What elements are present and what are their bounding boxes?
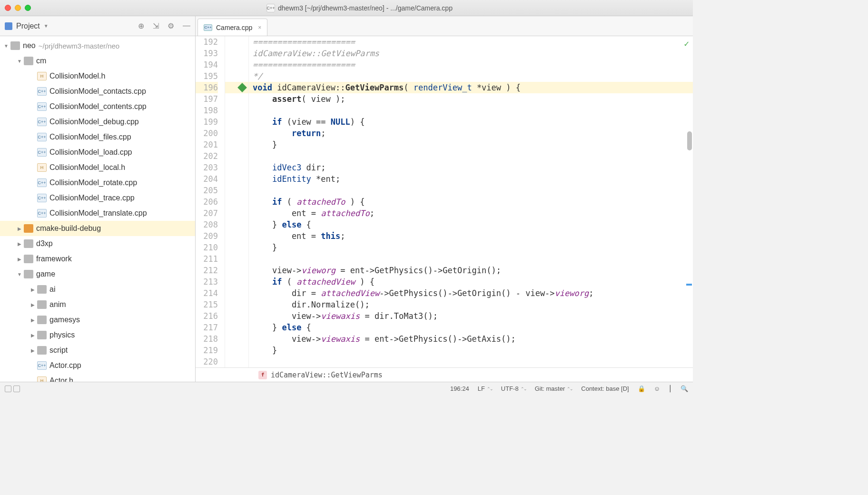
code-line[interactable]: dir = attachedView->GetPhysics()->GetOri… (249, 287, 693, 299)
code-line[interactable]: assert( view ); (249, 93, 693, 105)
line-number[interactable]: 197 (196, 93, 218, 105)
close-window-button[interactable] (5, 5, 11, 11)
tree-folder[interactable]: ai (0, 282, 195, 297)
line-number[interactable]: 217 (196, 322, 218, 333)
line-number[interactable]: 215 (196, 299, 218, 310)
code-line[interactable] (249, 356, 693, 367)
tree-file[interactable]: C++Actor.cpp (0, 358, 195, 373)
line-number[interactable]: 209 (196, 230, 218, 242)
tree-folder[interactable]: d3xp (0, 236, 195, 251)
code-line[interactable] (249, 185, 693, 196)
breadcrumb-bar[interactable]: f idCameraView::GetViewParms (196, 367, 693, 382)
code-line[interactable]: } (249, 139, 693, 150)
line-number[interactable]: 199 (196, 116, 218, 128)
tree-arrow-icon[interactable] (15, 241, 24, 247)
line-number[interactable]: 219 (196, 345, 218, 356)
tree-arrow-icon[interactable] (29, 287, 37, 292)
code-line[interactable]: dir.Normalize(); (249, 299, 693, 310)
tree-file[interactable]: HCollisionModel.h (0, 69, 195, 84)
code-line[interactable]: if ( attachedView ) { (249, 276, 693, 287)
code-line[interactable]: view->viewaxis = ent->GetPhysics()->GetA… (249, 333, 693, 345)
tree-folder[interactable]: gamesys (0, 312, 195, 327)
lock-icon[interactable]: 🔒 (638, 385, 645, 392)
line-number[interactable]: 210 (196, 242, 218, 253)
close-tab-icon[interactable]: × (258, 24, 261, 31)
line-number[interactable]: 205 (196, 185, 218, 196)
tree-file[interactable]: C++CollisionModel_translate.cpp (0, 206, 195, 221)
code-line[interactable]: */ (249, 70, 693, 82)
git-branch[interactable]: Git: master (535, 385, 573, 392)
project-tree[interactable]: neo~/prj/dhewm3-master/neocmHCollisionMo… (0, 36, 196, 382)
line-number[interactable]: 198 (196, 105, 218, 116)
scrollbar-marker[interactable] (686, 284, 692, 286)
code-line[interactable]: idEntity *ent; (249, 173, 693, 185)
tree-folder[interactable]: physics (0, 327, 195, 343)
line-number[interactable]: 212 (196, 265, 218, 276)
line-number-gutter[interactable]: 1921931941951961971981992002012022032042… (196, 36, 225, 367)
tree-folder[interactable]: game (0, 267, 195, 282)
line-number[interactable]: 195 (196, 70, 218, 82)
code-line[interactable]: void idCameraView::GetViewParms( renderV… (249, 82, 693, 93)
scrollbar-thumb[interactable] (687, 131, 692, 150)
tree-file[interactable]: C++CollisionModel_contacts.cpp (0, 84, 195, 99)
tree-file[interactable]: HCollisionModel_local.h (0, 160, 195, 175)
code-line[interactable] (249, 150, 693, 162)
tree-folder[interactable]: framework (0, 251, 195, 267)
tree-file[interactable]: HActor.h (0, 373, 195, 382)
collapse-icon[interactable]: ⇲ (153, 21, 159, 30)
tree-arrow-icon[interactable] (15, 272, 24, 277)
code-line[interactable] (249, 105, 693, 116)
tree-folder[interactable]: script (0, 343, 195, 358)
tree-file[interactable]: C++CollisionModel_contents.cpp (0, 99, 195, 114)
tree-arrow-icon[interactable] (29, 348, 37, 353)
line-number[interactable]: 204 (196, 173, 218, 185)
line-number[interactable]: 214 (196, 287, 218, 299)
line-number[interactable]: 196 (196, 82, 218, 93)
hide-panel-icon[interactable]: — (183, 21, 190, 30)
project-panel-header[interactable]: Project ▼ ⊕ ⇲ ⚙ — (0, 16, 196, 36)
line-number[interactable]: 193 (196, 48, 218, 59)
line-number[interactable]: 208 (196, 219, 218, 230)
code-line[interactable]: } (249, 242, 693, 253)
line-separator[interactable]: LF (478, 385, 493, 392)
line-number[interactable]: 218 (196, 333, 218, 345)
inspector-icon[interactable]: ☺ (654, 385, 660, 392)
tree-folder[interactable]: cm (0, 53, 195, 69)
tree-arrow-icon[interactable] (15, 59, 24, 64)
tool-window-icon[interactable] (5, 386, 11, 392)
tree-arrow-icon[interactable] (2, 43, 10, 49)
line-number[interactable]: 211 (196, 253, 218, 265)
inspection-ok-icon[interactable]: ✓ (684, 38, 689, 50)
context-label[interactable]: Context: base [D] (581, 385, 629, 392)
locate-icon[interactable]: ⊕ (138, 21, 144, 30)
line-number[interactable]: 202 (196, 150, 218, 162)
code-line[interactable]: idVec3 dir; (249, 162, 693, 173)
line-number[interactable]: 192 (196, 36, 218, 48)
minimize-window-button[interactable] (15, 5, 21, 11)
tree-file[interactable]: C++CollisionModel_trace.cpp (0, 190, 195, 206)
tree-file[interactable]: C++CollisionModel_rotate.cpp (0, 175, 195, 190)
gear-icon[interactable]: ⚙ (168, 21, 174, 30)
tree-file[interactable]: C++CollisionModel_files.cpp (0, 129, 195, 145)
code-line[interactable]: } else { (249, 219, 693, 230)
cursor-position[interactable]: 196:24 (450, 385, 469, 392)
code-line[interactable]: if (view == NULL) { (249, 116, 693, 128)
tool-window-icon[interactable] (13, 386, 20, 392)
file-encoding[interactable]: UTF-8 (501, 385, 526, 392)
code-editor[interactable]: 1921931941951961971981992002012022032042… (196, 36, 693, 382)
code-line[interactable]: view->viewaxis = dir.ToMat3(); (249, 310, 693, 322)
code-line[interactable]: ===================== (249, 59, 693, 70)
code-line[interactable]: return; (249, 128, 693, 139)
code-line[interactable]: if ( attachedTo ) { (249, 196, 693, 208)
code-area[interactable]: ✓ =====================idCameraView::Get… (249, 36, 693, 367)
line-number[interactable]: 201 (196, 139, 218, 150)
code-line[interactable]: view->vieworg = ent->GetPhysics()->GetOr… (249, 265, 693, 276)
code-line[interactable]: ent = this; (249, 230, 693, 242)
code-line[interactable]: ent = attachedTo; (249, 208, 693, 219)
tree-folder[interactable]: neo~/prj/dhewm3-master/neo (0, 38, 195, 53)
maximize-window-button[interactable] (25, 5, 31, 11)
line-number[interactable]: 216 (196, 310, 218, 322)
tree-folder[interactable]: cmake-build-debug (0, 221, 195, 236)
line-number[interactable]: 213 (196, 276, 218, 287)
line-number[interactable]: 207 (196, 208, 218, 219)
